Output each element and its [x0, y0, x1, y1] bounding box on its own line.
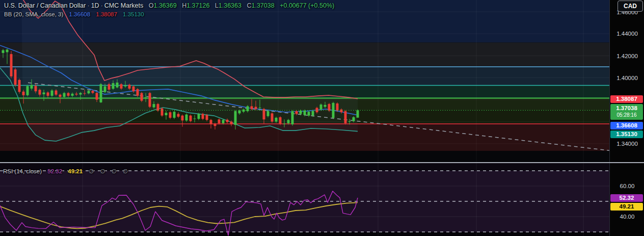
candle-body	[71, 94, 74, 96]
candle-body	[357, 110, 359, 117]
rsi-legend-row[interactable]: RSI (14, close) 52.32 49.21 ∅ ∅ ∅ ∅	[3, 168, 128, 175]
candle-body	[344, 111, 347, 123]
rsi-axis-badge: 52.32	[610, 194, 643, 202]
price-axis-label: 1.42000	[610, 53, 644, 59]
candle-body	[59, 95, 62, 97]
bb-upper-value: 1.38087	[96, 11, 117, 17]
candle-body	[112, 83, 115, 89]
candle-body	[348, 121, 351, 122]
rsi-ma-value: 49.21	[68, 168, 83, 174]
pane-separator-handle[interactable]	[0, 162, 644, 163]
rsi-axis-badge: 49.21	[610, 203, 643, 211]
rsi-band-fill	[0, 171, 609, 232]
candle-body	[283, 124, 286, 124]
candle-body	[336, 103, 339, 111]
candle-body	[226, 120, 229, 122]
candle-body	[210, 120, 212, 124]
rsi-empty-value-icon: ∅	[112, 168, 117, 174]
candle-body	[177, 114, 180, 117]
candle-body	[238, 111, 241, 113]
candle-body	[202, 114, 204, 119]
candle-body	[185, 115, 188, 121]
price-axis-label: 1.44000	[610, 31, 644, 37]
price-chart-canvas[interactable]	[0, 0, 609, 163]
candle-body	[18, 80, 21, 92]
tradingview-chart-window: U.S. Dollar / Canadian Dollar·1D·CMC Mar…	[0, 0, 644, 236]
candle-body	[230, 122, 233, 124]
candle-body	[153, 104, 155, 108]
candle-body	[149, 93, 151, 107]
rsi-empty-value-icon: ∅	[100, 168, 105, 174]
candle-body	[181, 116, 184, 121]
candle-body	[320, 104, 323, 110]
candle-body	[304, 111, 306, 115]
close-value: 1.37038	[251, 2, 274, 9]
countdown-timer: 05:28:16	[610, 111, 643, 119]
candle-body	[300, 111, 302, 114]
candle-body	[271, 113, 274, 121]
rsi-empty-value-icon: ∅	[123, 168, 128, 174]
candle-body	[194, 119, 196, 119]
candle-body	[31, 85, 33, 89]
price-axis-badge: 1.36608	[610, 122, 643, 129]
price-axis-badge: 1.38087	[610, 95, 643, 103]
candle-body	[39, 90, 41, 95]
candle-body	[26, 86, 29, 95]
currency-toggle-button[interactable]: CAD	[618, 1, 643, 12]
rsi-empty-value-icon: ∅	[89, 168, 94, 174]
candle-body	[88, 91, 90, 93]
candle-body	[145, 97, 147, 98]
open-value: 1.36369	[153, 2, 176, 9]
bb-legend-row[interactable]: BB (20, SMA, close, 3) 1.36608 1.38087 1…	[4, 10, 334, 18]
candle-body	[157, 104, 159, 111]
price-axis-label: 1.34000	[610, 141, 644, 147]
legend-separator: ·	[99, 2, 104, 9]
open-label: O	[149, 2, 154, 9]
candle-body	[353, 117, 355, 121]
rsi-value: 52.32	[47, 168, 62, 174]
low-label: L	[215, 2, 219, 9]
candle-body	[308, 112, 310, 116]
candle-body	[275, 118, 278, 122]
candle-body	[296, 111, 298, 114]
candle-body	[35, 86, 37, 91]
candle-body	[141, 93, 143, 101]
rsi-below-band	[0, 232, 609, 236]
candle-body	[161, 109, 164, 116]
price-scale[interactable]: CAD 1.460001.440001.420001.400001.340006…	[609, 0, 644, 236]
candle-body	[96, 93, 98, 99]
candle-body	[84, 93, 86, 94]
candle-body	[22, 92, 25, 95]
candle-body	[100, 84, 102, 102]
candle-body	[55, 91, 58, 95]
candle-body	[324, 105, 327, 107]
candle-body	[137, 89, 139, 96]
high-value: 1.37126	[186, 2, 209, 9]
rsi-indicator-label: RSI (14, close)	[3, 168, 42, 174]
low-value: 1.36363	[219, 2, 242, 9]
candle-body	[259, 108, 261, 108]
candle-body	[116, 83, 119, 88]
chart-legend: U.S. Dollar / Canadian Dollar·1D·CMC Mar…	[4, 2, 334, 18]
price-axis-badge: 1.35130	[610, 130, 643, 138]
price-axis-badge: 1.3703805:28:16	[610, 104, 643, 120]
rsi-axis-label: 60.00	[610, 183, 644, 189]
price-axis-label: 1.40000	[610, 75, 644, 81]
candle-body	[124, 86, 127, 87]
candle-body	[2, 50, 5, 53]
chart-area[interactable]: U.S. Dollar / Canadian Dollar·1D·CMC Mar…	[0, 0, 609, 236]
candle-body	[165, 113, 168, 115]
candle-body	[128, 85, 131, 89]
candle-body	[43, 92, 45, 94]
candle-body	[206, 115, 208, 120]
candle-body	[267, 111, 270, 116]
symbol-legend-row[interactable]: U.S. Dollar / Canadian Dollar·1D·CMC Mar…	[4, 2, 334, 10]
exchange-label: CMC Markets	[104, 2, 143, 9]
candle-body	[214, 124, 217, 126]
candle-body	[63, 93, 66, 97]
candle-body	[312, 111, 314, 116]
candle-body	[255, 107, 257, 109]
candle-body	[340, 110, 343, 112]
candle-body	[243, 110, 245, 112]
candle-body	[67, 93, 70, 96]
